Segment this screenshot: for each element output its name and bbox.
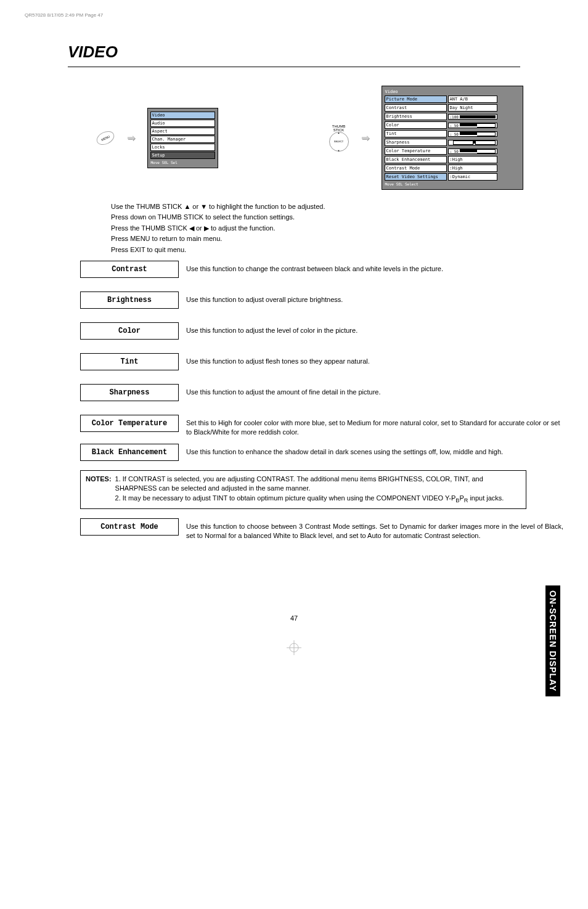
slider: : 50	[448, 123, 497, 128]
menu-item: Audio	[150, 120, 215, 127]
val: :High	[448, 156, 497, 163]
note-1: 1. If CONTRAST is selected, you are adju…	[115, 475, 521, 494]
slider: :100	[448, 114, 497, 120]
side-tab: ON-SCREEN DISPLAY	[545, 585, 560, 669]
function-desc: Use this function to adjust the level of…	[186, 322, 357, 335]
page-title: VIDEO	[68, 43, 563, 62]
menu-item: Setup	[150, 152, 215, 159]
menu-item: Sharpness	[385, 139, 447, 146]
function-label: Brightness	[80, 291, 179, 309]
val: Day Night	[448, 104, 497, 112]
function-desc: Use this function to adjust the amount o…	[186, 384, 381, 397]
function-desc: Use this function to choose between 3 Co…	[186, 518, 563, 541]
function-color: Color Use this function to adjust the le…	[80, 322, 563, 340]
menu-item: Picture Mode	[385, 96, 447, 103]
notes-box: NOTES: 1. If CONTRAST is selected, you a…	[80, 470, 526, 509]
val: :High	[448, 165, 497, 172]
menu-item: Color	[385, 121, 447, 129]
menu-item: Video	[150, 112, 215, 119]
menu-item: Locks	[150, 144, 215, 151]
function-label: Contrast Mode	[80, 518, 179, 536]
function-desc: Set this to High for cooler color with m…	[186, 415, 563, 438]
arrow-icon: ➡	[361, 132, 369, 144]
function-contrast: Contrast Use this function to change the…	[80, 261, 563, 278]
menu-item: Contrast Mode	[385, 165, 447, 172]
menu-item: Color Temperature	[385, 147, 447, 155]
note-2: 2. It may be necessary to adjust TINT to…	[115, 494, 521, 505]
function-desc: Use this function to change the contrast…	[186, 261, 443, 274]
intro-line: Press down on THUMB STICK to select the …	[111, 213, 563, 222]
function-sharpness: Sharpness Use this function to adjust th…	[80, 384, 563, 401]
function-brightness: Brightness Use this function to adjust o…	[80, 291, 563, 309]
video-title: Video	[385, 89, 520, 95]
page-number: 47	[25, 614, 563, 622]
slider: : 50	[448, 131, 497, 137]
intro-line: Press EXIT to quit menu.	[111, 245, 563, 255]
function-label: Contrast	[80, 261, 179, 278]
video-menu-box: Video Picture ModeANT A/B ContrastDay Ni…	[382, 86, 523, 190]
menu-footer: Move SEL Select	[385, 181, 520, 187]
function-tint: Tint Use this function to adjust flesh t…	[80, 353, 563, 370]
menu-item: Aspect	[150, 128, 215, 135]
print-header: QR57028 8/17/05 2:49 PM Page 47	[25, 12, 563, 18]
val: ANT A/B	[448, 96, 497, 103]
menu-item: Tint	[385, 130, 447, 137]
slider: : 50	[448, 149, 497, 154]
diagram-row: MENU ➡ Video Audio Aspect Chan. Manager …	[55, 86, 563, 190]
notes-label: NOTES:	[86, 475, 112, 505]
thumb-stick-icon: ▲ SELECT ▼	[329, 132, 349, 152]
menu-item: Brightness	[385, 113, 447, 120]
slider	[448, 140, 497, 145]
function-label: Black Enhancement	[80, 444, 179, 461]
val: :Dynamic	[448, 173, 497, 181]
function-desc: Use this function to enhance the shadow …	[186, 444, 503, 457]
function-desc: Use this function to adjust overall pict…	[186, 291, 343, 304]
thumb-stick-group: THUMB STICK ▲ SELECT ▼	[329, 124, 349, 152]
function-label: Tint	[80, 353, 179, 370]
left-menu-box: Video Audio Aspect Chan. Manager Locks S…	[147, 108, 218, 168]
menu-item: Chan. Manager	[150, 136, 215, 143]
intro-line: Press the THUMB STICK ◀ or ▶ to adjust t…	[111, 224, 563, 233]
function-desc: Use this function to adjust flesh tones …	[186, 353, 370, 366]
function-label: Sharpness	[80, 384, 179, 401]
function-label: Color Temperature	[80, 415, 179, 432]
registration-mark-icon	[25, 640, 563, 656]
menu-item: Black Enhancement	[385, 156, 447, 163]
title-rule	[68, 67, 520, 67]
menu-button-icon: MENU	[94, 128, 116, 147]
intro-line: Use the THUMB STICK ▲ or ▼ to highlight …	[111, 202, 563, 211]
menu-item: Reset Video Settings	[385, 173, 447, 181]
function-color-temperature: Color Temperature Set this to High for c…	[80, 415, 563, 438]
menu-item: Contrast	[385, 104, 447, 112]
menu-footer: Move SEL Sel	[150, 160, 215, 165]
function-label: Color	[80, 322, 179, 340]
function-black-enhancement: Black Enhancement Use this function to e…	[80, 444, 563, 461]
arrow-icon: ➡	[127, 132, 135, 144]
intro-line: Press MENU to return to main menu.	[111, 234, 563, 243]
function-contrast-mode: Contrast Mode Use this function to choos…	[80, 518, 563, 541]
